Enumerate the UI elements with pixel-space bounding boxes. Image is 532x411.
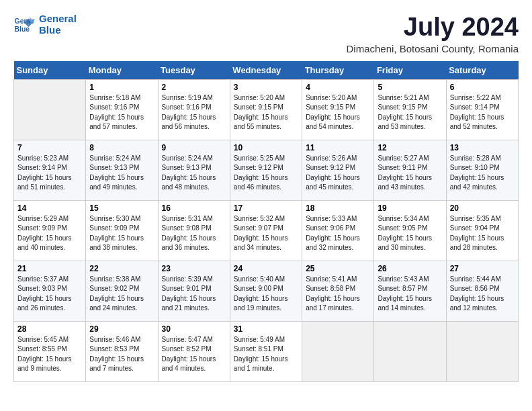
day-number: 17 bbox=[234, 203, 298, 213]
day-number: 26 bbox=[378, 264, 442, 273]
day-info: Sunrise: 5:28 AM Sunset: 9:10 PM Dayligh… bbox=[450, 154, 504, 191]
day-info: Sunrise: 5:19 AM Sunset: 9:16 PM Dayligh… bbox=[162, 94, 216, 131]
calendar-cell: 29Sunrise: 5:46 AM Sunset: 8:53 PM Dayli… bbox=[86, 321, 158, 381]
weekday-header-tuesday: Tuesday bbox=[158, 61, 230, 80]
day-number: 6 bbox=[450, 83, 515, 92]
day-number: 19 bbox=[378, 203, 442, 213]
calendar-cell: 8Sunrise: 5:24 AM Sunset: 9:13 PM Daylig… bbox=[86, 140, 158, 200]
day-info: Sunrise: 5:44 AM Sunset: 8:56 PM Dayligh… bbox=[450, 275, 504, 312]
title-block: July 2024 Dimacheni, Botosani County, Ro… bbox=[346, 13, 519, 54]
day-number: 15 bbox=[89, 203, 154, 213]
day-info: Sunrise: 5:34 AM Sunset: 9:05 PM Dayligh… bbox=[378, 215, 432, 252]
day-info: Sunrise: 5:24 AM Sunset: 9:13 PM Dayligh… bbox=[89, 154, 144, 191]
day-info: Sunrise: 5:20 AM Sunset: 9:15 PM Dayligh… bbox=[234, 94, 288, 131]
calendar-cell: 16Sunrise: 5:31 AM Sunset: 9:08 PM Dayli… bbox=[158, 200, 230, 261]
day-number: 5 bbox=[378, 83, 442, 92]
page-header: General Blue General Blue July 2024 Dima… bbox=[13, 13, 519, 54]
day-info: Sunrise: 5:25 AM Sunset: 9:12 PM Dayligh… bbox=[234, 154, 288, 191]
day-number: 21 bbox=[17, 264, 82, 273]
day-info: Sunrise: 5:47 AM Sunset: 8:52 PM Dayligh… bbox=[162, 336, 216, 373]
day-number: 4 bbox=[306, 83, 370, 92]
day-number: 12 bbox=[378, 143, 442, 152]
day-number: 1 bbox=[89, 83, 154, 92]
logo: General Blue General Blue bbox=[13, 13, 77, 36]
day-info: Sunrise: 5:41 AM Sunset: 8:58 PM Dayligh… bbox=[306, 275, 360, 312]
day-number: 14 bbox=[17, 203, 82, 213]
day-number: 9 bbox=[162, 143, 226, 152]
day-info: Sunrise: 5:49 AM Sunset: 8:51 PM Dayligh… bbox=[234, 336, 288, 373]
calendar-week-1: 1Sunrise: 5:18 AM Sunset: 9:16 PM Daylig… bbox=[14, 79, 519, 140]
calendar-cell: 9Sunrise: 5:24 AM Sunset: 9:13 PM Daylig… bbox=[158, 140, 230, 200]
day-info: Sunrise: 5:46 AM Sunset: 8:53 PM Dayligh… bbox=[89, 336, 144, 373]
day-number: 3 bbox=[234, 83, 298, 92]
day-number: 20 bbox=[450, 203, 515, 213]
day-number: 29 bbox=[89, 324, 154, 334]
day-info: Sunrise: 5:32 AM Sunset: 9:07 PM Dayligh… bbox=[234, 215, 288, 252]
calendar-cell: 20Sunrise: 5:35 AM Sunset: 9:04 PM Dayli… bbox=[446, 200, 518, 261]
calendar-week-5: 28Sunrise: 5:45 AM Sunset: 8:55 PM Dayli… bbox=[14, 321, 519, 381]
day-info: Sunrise: 5:24 AM Sunset: 9:13 PM Dayligh… bbox=[162, 154, 216, 191]
calendar-cell: 2Sunrise: 5:19 AM Sunset: 9:16 PM Daylig… bbox=[158, 79, 230, 140]
logo-line2: Blue bbox=[39, 25, 77, 36]
day-info: Sunrise: 5:38 AM Sunset: 9:02 PM Dayligh… bbox=[89, 275, 144, 312]
calendar-cell: 11Sunrise: 5:26 AM Sunset: 9:12 PM Dayli… bbox=[302, 140, 374, 200]
calendar-week-3: 14Sunrise: 5:29 AM Sunset: 9:09 PM Dayli… bbox=[14, 200, 519, 261]
day-info: Sunrise: 5:18 AM Sunset: 9:16 PM Dayligh… bbox=[89, 94, 144, 131]
calendar-cell: 12Sunrise: 5:27 AM Sunset: 9:11 PM Dayli… bbox=[374, 140, 446, 200]
day-info: Sunrise: 5:43 AM Sunset: 8:57 PM Dayligh… bbox=[378, 275, 432, 312]
calendar-cell: 28Sunrise: 5:45 AM Sunset: 8:55 PM Dayli… bbox=[14, 321, 86, 381]
weekday-header-friday: Friday bbox=[374, 61, 446, 80]
calendar-cell: 22Sunrise: 5:38 AM Sunset: 9:02 PM Dayli… bbox=[86, 261, 158, 321]
weekday-header-sunday: Sunday bbox=[14, 61, 86, 80]
calendar-body: 1Sunrise: 5:18 AM Sunset: 9:16 PM Daylig… bbox=[14, 79, 519, 381]
day-info: Sunrise: 5:35 AM Sunset: 9:04 PM Dayligh… bbox=[450, 215, 504, 252]
calendar-week-2: 7Sunrise: 5:23 AM Sunset: 9:14 PM Daylig… bbox=[14, 140, 519, 200]
day-info: Sunrise: 5:33 AM Sunset: 9:06 PM Dayligh… bbox=[306, 215, 360, 252]
day-number: 27 bbox=[450, 264, 515, 273]
day-info: Sunrise: 5:45 AM Sunset: 8:55 PM Dayligh… bbox=[17, 336, 72, 373]
calendar-cell: 4Sunrise: 5:20 AM Sunset: 9:15 PM Daylig… bbox=[302, 79, 374, 140]
day-number: 2 bbox=[162, 83, 226, 92]
day-number: 31 bbox=[234, 324, 298, 334]
day-number: 10 bbox=[234, 143, 298, 152]
calendar-cell: 31Sunrise: 5:49 AM Sunset: 8:51 PM Dayli… bbox=[230, 321, 302, 381]
calendar-cell: 1Sunrise: 5:18 AM Sunset: 9:16 PM Daylig… bbox=[86, 79, 158, 140]
weekday-header-thursday: Thursday bbox=[302, 61, 374, 80]
day-info: Sunrise: 5:40 AM Sunset: 9:00 PM Dayligh… bbox=[234, 275, 288, 312]
day-number: 28 bbox=[17, 324, 82, 334]
calendar-table: SundayMondayTuesdayWednesdayThursdayFrid… bbox=[13, 61, 519, 382]
calendar-cell bbox=[374, 321, 446, 381]
day-info: Sunrise: 5:23 AM Sunset: 9:14 PM Dayligh… bbox=[17, 154, 72, 191]
day-info: Sunrise: 5:31 AM Sunset: 9:08 PM Dayligh… bbox=[162, 215, 216, 252]
day-info: Sunrise: 5:27 AM Sunset: 9:11 PM Dayligh… bbox=[378, 154, 432, 191]
day-number: 23 bbox=[162, 264, 226, 273]
location-subtitle: Dimacheni, Botosani County, Romania bbox=[346, 43, 519, 54]
weekday-header-saturday: Saturday bbox=[446, 61, 518, 80]
calendar-cell: 5Sunrise: 5:21 AM Sunset: 9:15 PM Daylig… bbox=[374, 79, 446, 140]
logo-line1: General bbox=[39, 13, 77, 25]
calendar-cell: 19Sunrise: 5:34 AM Sunset: 9:05 PM Dayli… bbox=[374, 200, 446, 261]
day-info: Sunrise: 5:39 AM Sunset: 9:01 PM Dayligh… bbox=[162, 275, 216, 312]
day-number: 18 bbox=[306, 203, 370, 213]
day-number: 25 bbox=[306, 264, 370, 273]
calendar-cell: 6Sunrise: 5:22 AM Sunset: 9:14 PM Daylig… bbox=[446, 79, 518, 140]
calendar-week-4: 21Sunrise: 5:37 AM Sunset: 9:03 PM Dayli… bbox=[14, 261, 519, 321]
calendar-cell: 7Sunrise: 5:23 AM Sunset: 9:14 PM Daylig… bbox=[14, 140, 86, 200]
day-number: 13 bbox=[450, 143, 515, 152]
calendar-cell: 13Sunrise: 5:28 AM Sunset: 9:10 PM Dayli… bbox=[446, 140, 518, 200]
day-info: Sunrise: 5:29 AM Sunset: 9:09 PM Dayligh… bbox=[17, 215, 72, 252]
weekday-header-row: SundayMondayTuesdayWednesdayThursdayFrid… bbox=[14, 61, 519, 80]
day-number: 22 bbox=[89, 264, 154, 273]
day-info: Sunrise: 5:37 AM Sunset: 9:03 PM Dayligh… bbox=[17, 275, 72, 312]
calendar-cell bbox=[14, 79, 86, 140]
day-info: Sunrise: 5:21 AM Sunset: 9:15 PM Dayligh… bbox=[378, 94, 432, 131]
day-info: Sunrise: 5:22 AM Sunset: 9:14 PM Dayligh… bbox=[450, 94, 504, 131]
calendar-cell: 21Sunrise: 5:37 AM Sunset: 9:03 PM Dayli… bbox=[14, 261, 86, 321]
calendar-cell: 10Sunrise: 5:25 AM Sunset: 9:12 PM Dayli… bbox=[230, 140, 302, 200]
calendar-cell: 14Sunrise: 5:29 AM Sunset: 9:09 PM Dayli… bbox=[14, 200, 86, 261]
weekday-header-wednesday: Wednesday bbox=[230, 61, 302, 80]
calendar-cell: 17Sunrise: 5:32 AM Sunset: 9:07 PM Dayli… bbox=[230, 200, 302, 261]
weekday-header-monday: Monday bbox=[86, 61, 158, 80]
calendar-cell bbox=[446, 321, 518, 381]
calendar-cell: 30Sunrise: 5:47 AM Sunset: 8:52 PM Dayli… bbox=[158, 321, 230, 381]
